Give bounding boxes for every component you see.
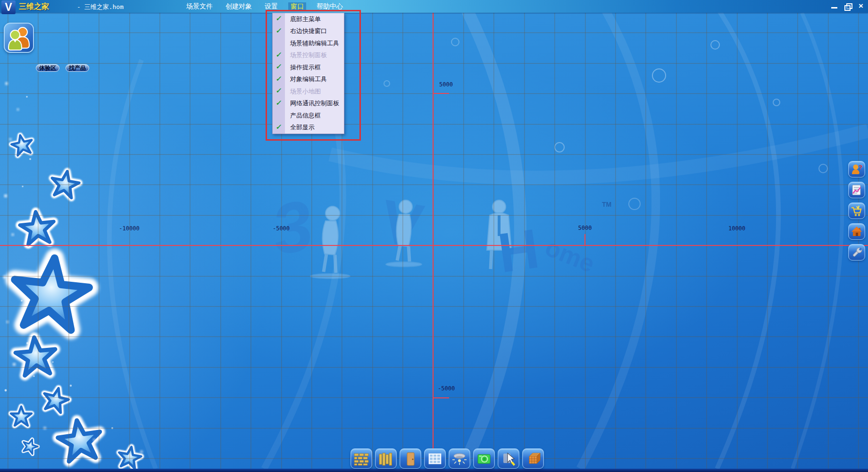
select-cursor-icon (500, 450, 517, 467)
tab-find-products[interactable]: 找产品 (66, 64, 89, 72)
checkmark-icon: ✓ (275, 123, 285, 131)
brick-wall-icon (352, 450, 370, 467)
menu-window[interactable]: 窗口 (288, 2, 306, 11)
checkmark-icon: ✓ (275, 26, 285, 35)
assistant-icon: ? (850, 163, 863, 176)
left-tabs: 体验区 找产品 (36, 64, 89, 72)
menu-item-scene-minimap[interactable]: ✓ 场景小地图 (273, 85, 344, 98)
camera-icon (475, 450, 493, 467)
door-tool-button[interactable] (400, 448, 421, 469)
tab-experience-zone[interactable]: 体验区 (36, 64, 59, 72)
report-chart-icon (850, 184, 863, 197)
lamp-tool-button[interactable] (449, 448, 470, 469)
door-icon (401, 450, 419, 467)
cube-icon (524, 450, 542, 467)
checkmark-icon: ✓ (275, 14, 285, 23)
cube-tool-button[interactable] (522, 448, 544, 469)
menu-create-object[interactable]: 创建对象 (223, 2, 254, 11)
menu-item-right-quick-window[interactable]: ✓ 右边快捷窗口 (273, 25, 344, 38)
window-dropdown-menu: ✓ 底部主菜单 ✓ 右边快捷窗口 ✓ 场景辅助编辑工具 ✓ 场景控制面板 ✓ 操… (272, 13, 344, 134)
menu-item-show-all[interactable]: ✓ 全部显示 (273, 122, 344, 134)
checkmark-icon: ✓ (275, 99, 285, 107)
minimize-button[interactable] (830, 2, 839, 10)
document-name: - 三维之家.hom (77, 3, 124, 11)
title-bar: V 三维之家 - 三维之家.hom 场景文件 创建对象 设置 窗口 帮助中心 × (0, 0, 868, 13)
tools-button[interactable] (848, 244, 865, 261)
checkmark-icon: ✓ (275, 86, 285, 95)
checkmark-icon: ✓ (275, 51, 285, 59)
user-avatar-button[interactable] (4, 23, 34, 53)
svg-text:?: ? (859, 164, 862, 171)
menu-scene-file[interactable]: 场景文件 (184, 2, 215, 11)
assistant-button[interactable]: ? (848, 161, 865, 177)
floor-panels-icon (377, 450, 395, 467)
app-title: 三维之家 (19, 2, 49, 12)
menu-item-scene-aux-edit-tools[interactable]: ✓ 场景辅助编辑工具 (273, 37, 344, 50)
bottom-status-strip (0, 469, 868, 472)
restore-button[interactable] (843, 2, 852, 10)
shopping-cart-icon (850, 204, 863, 218)
ceiling-lamp-icon (451, 450, 468, 467)
bottom-object-toolbar (351, 448, 544, 469)
close-button[interactable]: × (857, 2, 865, 10)
checkmark-icon: ✓ (275, 75, 285, 83)
menu-item-scene-control-panel[interactable]: ✓ 场景控制面板 (273, 50, 344, 62)
menu-bar: 场景文件 创建对象 设置 窗口 帮助中心 (184, 2, 345, 11)
app-window: 3 V H ome TM (0, 0, 868, 472)
menu-item-object-edit-tools[interactable]: ✓ 对象编辑工具 (273, 74, 344, 86)
right-quick-toolbar: ? (848, 161, 865, 261)
menu-settings[interactable]: 设置 (262, 2, 280, 11)
window-grid-icon (426, 450, 444, 467)
app-logo-icon: V (1, 0, 16, 14)
two-users-icon (5, 24, 33, 52)
select-tool-button[interactable] (498, 448, 519, 469)
camera-tool-button[interactable] (473, 448, 495, 469)
menu-item-operation-tip-box[interactable]: ✓ 操作提示框 (273, 61, 344, 74)
wrench-icon (850, 246, 863, 259)
window-tool-button[interactable] (424, 448, 446, 469)
window-controls: × (830, 2, 865, 10)
wall-tool-button[interactable] (351, 448, 372, 469)
menu-help-center[interactable]: 帮助中心 (314, 2, 345, 11)
home-button[interactable] (848, 223, 865, 240)
menu-item-product-info-box[interactable]: ✓ 产品信息框 (273, 110, 344, 122)
floor-tool-button[interactable] (375, 448, 397, 469)
shopping-cart-button[interactable] (848, 202, 865, 219)
menu-item-network-comm-panel[interactable]: ✓ 网络通讯控制面板 (273, 98, 344, 110)
scene-canvas[interactable] (0, 13, 868, 469)
checkmark-icon: ✓ (275, 62, 285, 71)
report-chart-button[interactable] (848, 182, 865, 198)
menu-item-bottom-main-menu[interactable]: ✓ 底部主菜单 (273, 13, 344, 25)
home-icon (850, 225, 863, 238)
